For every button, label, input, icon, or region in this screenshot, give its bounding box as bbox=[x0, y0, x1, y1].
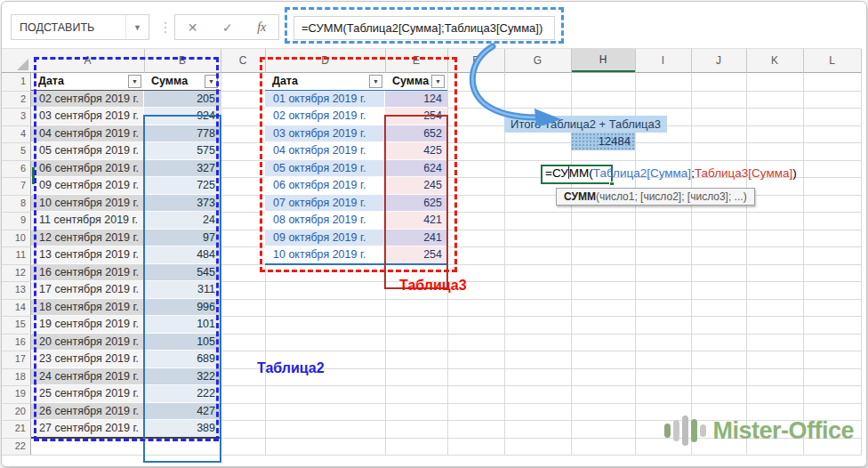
table-row-date[interactable]: 02 октября 2019 г. bbox=[265, 108, 385, 125]
column-header-G[interactable]: G bbox=[504, 48, 571, 72]
table-row-sum[interactable]: 245 bbox=[385, 177, 447, 195]
table-row-sum[interactable]: 254 bbox=[385, 246, 447, 264]
row-header-13[interactable]: 13 bbox=[2, 281, 30, 299]
formula-bar[interactable]: =СУММ(Таблица2[Сумма];Таблица3[Сумма]) bbox=[293, 16, 555, 40]
table-row-sum[interactable]: 689 bbox=[144, 351, 221, 368]
table-row-sum[interactable]: 996 bbox=[144, 299, 221, 317]
row-header-5[interactable]: 5 bbox=[2, 142, 30, 160]
row-header-15[interactable]: 15 bbox=[2, 316, 30, 334]
table-row-sum[interactable]: 205 bbox=[144, 91, 221, 109]
name-box[interactable]: ПОДСТАВИТЬ ▼ bbox=[11, 14, 149, 40]
table-row-sum[interactable]: 545 bbox=[144, 264, 221, 282]
table-row-date[interactable]: 17 сентября 2019 г. bbox=[31, 281, 144, 299]
table-row-date[interactable]: 13 сентября 2019 г. bbox=[31, 246, 144, 264]
table-row-date[interactable]: 06 октября 2019 г. bbox=[265, 177, 385, 195]
table-row-sum[interactable]: 725 bbox=[144, 177, 221, 195]
table-row-date[interactable]: 25 сентября 2019 г. bbox=[31, 385, 144, 403]
summary-title-cell[interactable]: Итого Таблица2 + Таблица3 bbox=[504, 116, 667, 133]
row-header-22[interactable]: 22 bbox=[2, 438, 30, 456]
filter-dropdown-icon[interactable]: ▼ bbox=[128, 75, 141, 88]
cancel-icon[interactable]: ✕ bbox=[188, 20, 198, 35]
table-row-date[interactable]: 04 октября 2019 г. bbox=[265, 142, 385, 160]
table-row-date[interactable]: 10 сентября 2019 г. bbox=[31, 195, 144, 213]
table-row-date[interactable]: 27 сентября 2019 г. bbox=[31, 420, 144, 438]
row-header-1[interactable]: 1 bbox=[2, 73, 30, 91]
column-header-E[interactable]: E bbox=[385, 48, 447, 72]
table-row-sum[interactable]: 97 bbox=[144, 230, 221, 247]
table-row-date[interactable]: 10 октября 2019 г. bbox=[265, 246, 385, 264]
column-header-D[interactable]: D bbox=[265, 48, 385, 72]
insert-function-icon[interactable]: fx bbox=[257, 20, 266, 35]
row-header-21[interactable]: 21 bbox=[2, 420, 30, 438]
table-row-date[interactable]: 24 сентября 2019 г. bbox=[31, 368, 144, 386]
table-row-date[interactable]: 18 сентября 2019 г. bbox=[31, 299, 144, 317]
table-row-sum[interactable]: 373 bbox=[144, 195, 221, 213]
table-row-date[interactable]: 11 сентября 2019 г. bbox=[31, 212, 144, 230]
table-row-date[interactable]: 05 октября 2019 г. bbox=[265, 160, 385, 178]
column-header-L[interactable]: L bbox=[803, 48, 861, 72]
table-row-sum[interactable]: 24 bbox=[144, 212, 221, 230]
table-row-date[interactable]: 05 сентября 2019 г. bbox=[31, 142, 144, 160]
table-row-date[interactable]: 20 сентября 2019 г. bbox=[31, 334, 144, 351]
table-row-date[interactable]: 03 сентября 2019 г. bbox=[31, 108, 144, 125]
table-row-date[interactable]: 09 сентября 2019 г. bbox=[31, 177, 144, 195]
table-row-date[interactable]: 03 октября 2019 г. bbox=[265, 125, 385, 143]
table-row-sum[interactable]: 778 bbox=[144, 125, 221, 143]
row-header-16[interactable]: 16 bbox=[2, 334, 30, 351]
table-row-date[interactable]: 08 октября 2019 г. bbox=[265, 212, 385, 230]
table-row-sum[interactable]: 652 bbox=[385, 125, 447, 143]
row-header-10[interactable]: 10 bbox=[2, 230, 30, 247]
table-row-sum[interactable]: 484 bbox=[144, 246, 221, 264]
column-header-B[interactable]: B bbox=[144, 48, 221, 72]
row-header-4[interactable]: 4 bbox=[2, 125, 30, 143]
table-row-sum[interactable]: 222 bbox=[144, 385, 221, 403]
filter-dropdown-icon[interactable]: ▼ bbox=[431, 75, 445, 88]
table-row-sum[interactable]: 254 bbox=[385, 108, 447, 125]
row-header-6[interactable]: 6 bbox=[2, 160, 30, 178]
table-header-Дата[interactable]: Дата▼ bbox=[265, 73, 385, 91]
table-row-date[interactable]: 23 сентября 2019 г. bbox=[31, 351, 144, 368]
table-row-sum[interactable]: 101 bbox=[144, 316, 221, 334]
table-row-sum[interactable]: 624 bbox=[385, 160, 447, 178]
table-header-Сумма[interactable]: Сумма▼ bbox=[144, 73, 221, 91]
table-row-date[interactable]: 26 сентября 2019 г. bbox=[31, 403, 144, 421]
table-row-date[interactable]: 16 сентября 2019 г. bbox=[31, 264, 144, 282]
table-row-date[interactable]: 02 сентября 2019 г. bbox=[31, 91, 144, 109]
column-header-I[interactable]: I bbox=[635, 48, 691, 72]
table-row-sum[interactable]: 322 bbox=[144, 368, 221, 386]
column-header-A[interactable]: A bbox=[31, 48, 144, 72]
summary-total-cell[interactable]: 12484 bbox=[571, 133, 635, 150]
filter-dropdown-icon[interactable]: ▼ bbox=[369, 75, 382, 88]
row-header-9[interactable]: 9 bbox=[2, 212, 30, 230]
name-box-dropdown-icon[interactable]: ▼ bbox=[125, 15, 149, 39]
enter-icon[interactable]: ✓ bbox=[222, 20, 233, 35]
row-header-12[interactable]: 12 bbox=[2, 264, 30, 282]
table-row-sum[interactable]: 241 bbox=[385, 230, 447, 247]
table-row-sum[interactable]: 421 bbox=[385, 212, 447, 230]
select-all-corner[interactable] bbox=[2, 48, 31, 73]
row-header-8[interactable]: 8 bbox=[2, 195, 30, 213]
table-row-date[interactable]: 01 октября 2019 г. bbox=[265, 91, 385, 109]
table-header-Сумма[interactable]: Сумма▼ bbox=[385, 73, 447, 91]
column-header-F[interactable]: F bbox=[447, 48, 504, 72]
column-header-H[interactable]: H bbox=[571, 48, 635, 72]
row-header-7[interactable]: 7 bbox=[2, 177, 30, 195]
table-row-sum[interactable]: 427 bbox=[144, 403, 221, 421]
table-header-Дата[interactable]: Дата▼ bbox=[31, 73, 144, 91]
row-header-19[interactable]: 19 bbox=[2, 385, 30, 403]
table-row-sum[interactable]: 124 bbox=[385, 91, 447, 109]
table-row-date[interactable]: 19 сентября 2019 г. bbox=[31, 316, 144, 334]
row-header-18[interactable]: 18 bbox=[2, 368, 30, 386]
table-row-date[interactable]: 12 сентября 2019 г. bbox=[31, 230, 144, 247]
table-row-sum[interactable]: 575 bbox=[144, 142, 221, 160]
table-row-sum[interactable]: 924 bbox=[144, 108, 221, 125]
table-row-date[interactable]: 09 октября 2019 г. bbox=[265, 230, 385, 247]
column-header-K[interactable]: K bbox=[746, 48, 803, 72]
row-header-17[interactable]: 17 bbox=[2, 351, 30, 368]
table-row-date[interactable]: 07 октября 2019 г. bbox=[265, 195, 385, 213]
table-row-sum[interactable]: 327 bbox=[144, 160, 221, 178]
table-row-sum[interactable]: 311 bbox=[144, 281, 221, 299]
row-header-14[interactable]: 14 bbox=[2, 299, 30, 317]
row-header-3[interactable]: 3 bbox=[2, 108, 30, 125]
row-header-20[interactable]: 20 bbox=[2, 403, 30, 421]
